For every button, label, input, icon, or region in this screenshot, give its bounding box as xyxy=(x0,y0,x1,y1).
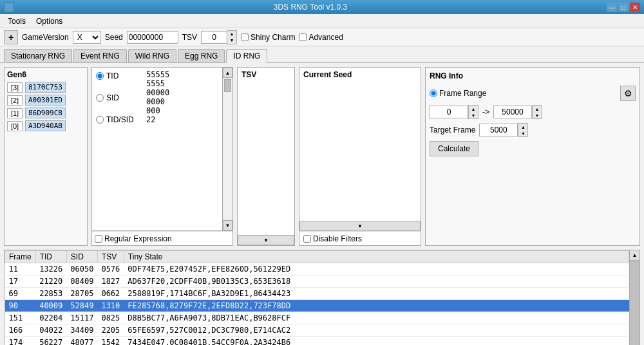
tid-scroll-down[interactable]: ▼ xyxy=(223,220,232,230)
table-body: 11 13226 06050 0576 0DF74E75,E207452F,EF… xyxy=(5,263,629,346)
tid-scroll-track xyxy=(223,78,232,220)
tsv-textarea[interactable] xyxy=(238,82,294,235)
range-end-buttons: ▲ ▼ xyxy=(532,105,542,119)
cell-frame: 166 xyxy=(5,324,36,337)
table-row[interactable]: 11 13226 06050 0576 0DF74E75,E207452F,EF… xyxy=(5,263,629,275)
close-button[interactable]: ✕ xyxy=(630,3,640,12)
frame-range-label: Frame Range xyxy=(439,89,486,98)
table-row[interactable]: 174 56227 48077 1542 7434E047,0C08401B,5… xyxy=(5,337,629,346)
tsv-increment[interactable]: ▲ xyxy=(227,31,236,37)
range-start-buttons: ▲ ▼ xyxy=(468,105,478,119)
range-end-increment[interactable]: ▲ xyxy=(533,106,542,112)
shiny-charm-checkbox[interactable] xyxy=(241,33,249,41)
range-start-increment[interactable]: ▲ xyxy=(469,106,478,112)
disable-filters-label[interactable]: Disable Filters xyxy=(303,234,362,243)
table-row[interactable]: 151 02204 15117 0825 D8B5BC77,A6FA9073,8… xyxy=(5,312,629,324)
menu-tools[interactable]: Tools xyxy=(3,15,31,27)
cell-frame: 90 xyxy=(5,300,36,312)
regular-expression-label[interactable]: Regular Expression xyxy=(95,234,172,243)
table-area: Frame TID SID TSV Tiny State 11 13226 06… xyxy=(4,250,630,345)
minimize-button[interactable]: — xyxy=(607,3,617,12)
gen6-index-0: [0] xyxy=(7,121,23,131)
tsv-scroll-down[interactable]: ▼ xyxy=(238,235,294,245)
cell-tiny-state: 0DF74E75,E207452F,EFE8260D,561229ED xyxy=(124,263,629,275)
tid-sid-radio[interactable] xyxy=(96,116,104,124)
cell-sid: 52849 xyxy=(66,300,97,312)
seed-content xyxy=(299,82,421,221)
tid-main-area: TID SID TID/SID 55555 5555 00000 0000 00… xyxy=(92,68,232,231)
gameversion-select[interactable]: XYORAS xyxy=(73,31,101,44)
calculate-button[interactable]: Calculate xyxy=(430,141,478,156)
seed-label: Seed xyxy=(105,33,123,42)
range-end-decrement[interactable]: ▼ xyxy=(533,112,542,118)
advanced-checkbox-label[interactable]: Advanced xyxy=(299,33,343,42)
tab-id-rng[interactable]: ID RNG xyxy=(226,49,267,63)
range-start-input[interactable] xyxy=(430,106,468,118)
tid-radio[interactable] xyxy=(96,72,104,80)
table-scroll-area[interactable]: Frame TID SID TSV Tiny State 11 13226 06… xyxy=(5,250,629,345)
cell-frame: 69 xyxy=(5,288,36,300)
range-end-input[interactable] xyxy=(493,106,532,118)
cell-tiny-state: 2588819F,1714BC6F,BA32D9E1,86434423 xyxy=(124,288,629,300)
disable-filters-checkbox[interactable] xyxy=(303,235,311,243)
target-frame-increment[interactable]: ▲ xyxy=(518,124,527,130)
gen6-row-0: [0] A3D940AB xyxy=(7,120,84,131)
cell-sid: 28705 xyxy=(66,288,97,300)
tsv-spinner-buttons: ▲ ▼ xyxy=(227,30,237,44)
tid-values-textarea[interactable]: 55555 5555 00000 0000 000 22 xyxy=(146,70,220,228)
shiny-charm-label: Shiny Charm xyxy=(251,33,295,42)
seed-input[interactable] xyxy=(127,31,178,44)
gen6-row-3: [3] 8170C753 xyxy=(7,82,84,93)
tsv-decrement[interactable]: ▼ xyxy=(227,37,236,44)
seed-textarea[interactable] xyxy=(299,82,421,221)
target-frame-decrement[interactable]: ▼ xyxy=(518,130,527,136)
table-row[interactable]: 90 40009 52849 1310 FE285768,8279F72E,2E… xyxy=(5,300,629,312)
cell-tsv: 0576 xyxy=(97,263,124,275)
toolbar: + GameVersion XYORAS Seed TSV ▲ ▼ Shiny … xyxy=(0,28,644,46)
cell-tid: 21220 xyxy=(35,275,66,288)
sid-radio[interactable] xyxy=(96,94,104,102)
table-row[interactable]: 166 04022 34409 2205 65FE6597,527C0012,D… xyxy=(5,324,629,337)
cell-tiny-state: 7434E047,0C08401B,54CC9F0A,2A3424B6 xyxy=(124,337,629,346)
regular-expression-checkbox[interactable] xyxy=(95,235,102,243)
target-frame-spinner: ▲ ▼ xyxy=(479,123,528,137)
range-arrow: -> xyxy=(482,107,489,117)
range-start-decrement[interactable]: ▼ xyxy=(469,112,478,118)
gen6-value-3: 8170C753 xyxy=(25,82,66,93)
cell-tsv: 0825 xyxy=(97,312,124,324)
titlebar-title: 3DS RNG Tool v1.0.3 xyxy=(14,3,607,12)
menu-options[interactable]: Options xyxy=(31,15,68,27)
seed-header: Current Seed xyxy=(299,68,421,82)
frame-range-radio[interactable] xyxy=(430,89,437,97)
cell-tiny-state: D8B5BC77,A6FA9073,8DB71EAC,B9628FCF xyxy=(124,312,629,324)
tid-scroll-up[interactable]: ▲ xyxy=(223,68,232,78)
shiny-charm-checkbox-label[interactable]: Shiny Charm xyxy=(241,33,295,42)
tab-egg-rng[interactable]: Egg RNG xyxy=(178,49,225,62)
rng-range-inputs-row: ▲ ▼ -> ▲ ▼ xyxy=(430,105,636,119)
seed-scroll-down[interactable]: ▼ xyxy=(299,221,421,231)
rng-settings-button[interactable]: ⚙ xyxy=(620,86,636,101)
plus-button[interactable]: + xyxy=(4,30,18,44)
tab-event-rng[interactable]: Event RNG xyxy=(73,49,127,62)
table-row[interactable]: 17 21220 08409 1827 AD637F20,2CDFF40B,9B… xyxy=(5,275,629,288)
maximize-button[interactable]: □ xyxy=(618,3,629,12)
bottom-area: Frame TID SID TSV Tiny State 11 13226 06… xyxy=(4,250,640,345)
cell-tsv: 0662 xyxy=(97,288,124,300)
tsv-input[interactable] xyxy=(201,31,227,44)
cell-sid: 48077 xyxy=(66,337,97,346)
tid-sid-radio-label[interactable]: TID/SID xyxy=(96,115,140,124)
target-frame-input[interactable] xyxy=(479,124,518,136)
tid-scroll-thumb[interactable] xyxy=(224,79,231,92)
tab-stationary-rng[interactable]: Stationary RNG xyxy=(4,49,72,62)
cell-tiny-state: FE285768,8279F72E,2EFD8D22,723F78DD xyxy=(124,300,629,312)
frame-range-radio-label[interactable]: Frame Range xyxy=(430,89,486,98)
table-row[interactable]: 69 22853 28705 0662 2588819F,1714BC6F,BA… xyxy=(5,288,629,300)
sid-radio-label[interactable]: SID xyxy=(96,93,140,102)
tab-wild-rng[interactable]: Wild RNG xyxy=(128,49,176,62)
table-scroll-up[interactable]: ▲ xyxy=(630,250,639,261)
tsv-panel: TSV ▼ xyxy=(237,67,295,246)
tid-radio-label[interactable]: TID xyxy=(96,71,140,80)
cell-tid: 13226 xyxy=(35,263,66,275)
cell-tsv: 1310 xyxy=(97,300,124,312)
advanced-checkbox[interactable] xyxy=(299,33,307,41)
